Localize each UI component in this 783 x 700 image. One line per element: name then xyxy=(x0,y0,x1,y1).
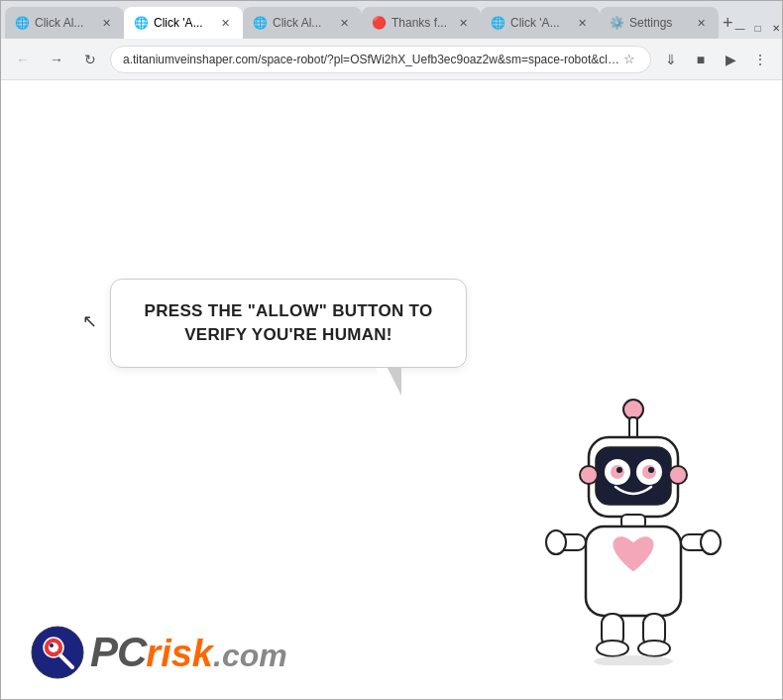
tab-4-label: Thanks f... xyxy=(392,16,449,30)
tab-4-close[interactable]: ✕ xyxy=(455,15,471,31)
pcrisk-pc: PC xyxy=(90,629,146,676)
url-icons: ☆ xyxy=(620,51,638,68)
svg-point-20 xyxy=(597,641,628,656)
tab-6-favicon: ⚙️ xyxy=(610,16,623,30)
tab-5-close[interactable]: ✕ xyxy=(574,15,590,31)
maximize-button[interactable]: □ xyxy=(751,21,765,35)
new-tab-button[interactable]: + xyxy=(723,9,733,37)
pcrisk-risk: risk xyxy=(146,633,213,675)
tab-1-label: Click Al... xyxy=(35,16,92,30)
pcrisk-text: PCrisk.com xyxy=(90,629,287,676)
tab-1-favicon: 🌐 xyxy=(15,16,29,30)
pcrisk-logo-icon xyxy=(31,626,84,679)
svg-point-25 xyxy=(49,642,58,652)
tab-6-close[interactable]: ✕ xyxy=(693,15,709,31)
svg-point-21 xyxy=(638,641,670,656)
menu-icon[interactable]: ⋮ xyxy=(746,46,774,73)
back-button[interactable]: ← xyxy=(9,46,37,73)
tab-2-favicon: 🌐 xyxy=(134,16,148,30)
svg-point-11 xyxy=(669,466,687,484)
page-content: ↖ PRESS THE "ALLOW" BUTTON TO VERIFY YOU… xyxy=(1,80,782,699)
reload-button[interactable]: ↻ xyxy=(76,46,104,73)
tab-3-favicon: 🌐 xyxy=(253,16,267,30)
tab-5-favicon: 🌐 xyxy=(491,16,504,30)
browser-window: 🌐 Click Al... ✕ 🌐 Click 'A... ✕ 🌐 Click … xyxy=(0,0,783,700)
robot-svg xyxy=(534,388,732,665)
url-text: a.titaniumveinshaper.com/space-robot/?pl… xyxy=(123,53,620,66)
svg-point-10 xyxy=(580,466,598,484)
pcrisk-logo: PCrisk.com xyxy=(31,626,287,679)
tab-1-close[interactable]: ✕ xyxy=(98,15,114,31)
tab-2[interactable]: 🌐 Click 'A... ✕ xyxy=(124,7,243,39)
svg-point-8 xyxy=(616,467,622,473)
download-icon[interactable]: ⇓ xyxy=(657,46,685,73)
svg-point-26 xyxy=(50,643,54,647)
svg-point-9 xyxy=(648,467,654,473)
svg-point-17 xyxy=(701,530,721,554)
tab-2-close[interactable]: ✕ xyxy=(217,15,233,31)
tab-4[interactable]: 🔴 Thanks f... ✕ xyxy=(362,7,481,39)
tab-3[interactable]: 🌐 Click Al... ✕ xyxy=(243,7,362,39)
bookmark-icon[interactable]: ☆ xyxy=(620,51,638,68)
tab-1[interactable]: 🌐 Click Al... ✕ xyxy=(5,7,124,39)
minimize-button[interactable]: — xyxy=(733,21,747,35)
robot-figure xyxy=(534,388,732,665)
tab-5[interactable]: 🌐 Click 'A... ✕ xyxy=(481,7,600,39)
forward-button[interactable]: → xyxy=(43,46,70,73)
toolbar-icons: ⇓ ■ ▶ ⋮ xyxy=(657,46,774,73)
close-button[interactable]: ✕ xyxy=(769,21,783,35)
address-bar: ← → ↻ a.titaniumveinshaper.com/space-rob… xyxy=(1,39,782,80)
pcrisk-domain: .com xyxy=(213,638,287,674)
tab-5-label: Click 'A... xyxy=(510,16,568,30)
svg-point-22 xyxy=(594,655,673,665)
extension-icon[interactable]: ■ xyxy=(687,46,715,73)
cursor-arrow: ↖ xyxy=(82,310,97,332)
tab-bar: 🌐 Click Al... ✕ 🌐 Click 'A... ✕ 🌐 Click … xyxy=(1,1,782,39)
svg-rect-1 xyxy=(629,417,637,439)
tab-4-favicon: 🔴 xyxy=(372,16,386,30)
profile-icon[interactable]: ▶ xyxy=(717,46,744,73)
tab-3-label: Click Al... xyxy=(273,16,330,30)
tab-3-close[interactable]: ✕ xyxy=(336,15,352,31)
tab-2-label: Click 'A... xyxy=(154,16,211,30)
url-bar[interactable]: a.titaniumveinshaper.com/space-robot/?pl… xyxy=(110,46,651,73)
speech-bubble: PRESS THE "ALLOW" BUTTON TO VERIFY YOU'R… xyxy=(110,279,467,368)
speech-bubble-text: PRESS THE "ALLOW" BUTTON TO VERIFY YOU'R… xyxy=(145,301,433,344)
tab-6[interactable]: ⚙️ Settings ✕ xyxy=(600,7,719,39)
tab-6-label: Settings xyxy=(629,16,687,30)
svg-point-16 xyxy=(546,530,566,554)
window-controls: — □ ✕ xyxy=(733,21,783,39)
speech-bubble-container: PRESS THE "ALLOW" BUTTON TO VERIFY YOU'R… xyxy=(110,279,467,368)
